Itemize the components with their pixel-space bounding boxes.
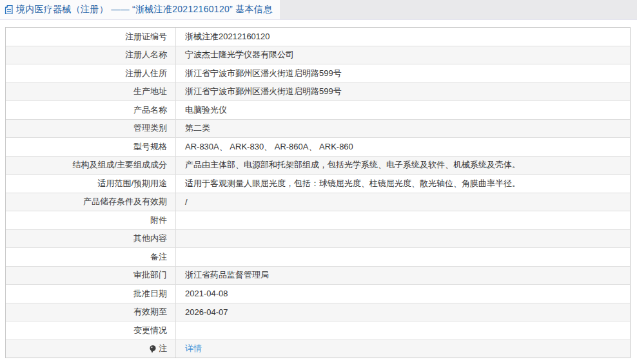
- row-label-text: 产品名称: [133, 104, 167, 116]
- row-label-text: 注册人住所: [125, 68, 167, 79]
- row-value: 浙械注准20212160120: [176, 28, 630, 46]
- page-title: 境内医疗器械（注册） —— “浙械注准20212160120” 基本信息: [16, 4, 272, 15]
- row-value-text: 浙械注准20212160120: [185, 31, 270, 43]
- row-label: 管理类别: [6, 120, 176, 138]
- row-value: 电脑验光仪: [176, 101, 630, 119]
- row-label-text: 注册证编号: [125, 31, 167, 43]
- table-row: 注册人住所 浙江省宁波市鄞州区潘火街道启明路599号: [6, 64, 630, 83]
- row-value: 2026-04-07: [176, 303, 630, 321]
- row-value-text: 浙江省宁波市鄞州区潘火街道启明路599号: [185, 86, 342, 97]
- table-row: 注册人名称 宁波杰士隆光学仪器有限公司: [6, 46, 630, 65]
- row-label-text: 注: [159, 343, 167, 354]
- row-label: 其他内容: [6, 230, 176, 248]
- row-value: 详情: [176, 340, 630, 358]
- table-row: 适用范围/预期用途 适用于客观测量人眼屈光度，包括：球镜屈光度、柱镜屈光度、散光…: [6, 175, 630, 193]
- table-row: 结构及组成/主要组成成分 产品由主体部、电源部和托架部组成，包括光学系统、电子系…: [6, 157, 630, 175]
- row-value: [176, 211, 630, 229]
- row-value: 宁波杰士隆光学仪器有限公司: [176, 46, 630, 64]
- row-value-text: 2021-04-08: [185, 289, 228, 298]
- row-value-text: 浙江省药品监督管理局: [185, 269, 269, 281]
- page-title-tab: 境内医疗器械（注册） —— “浙械注准20212160120” 基本信息: [0, 0, 280, 19]
- row-label-text: 其他内容: [133, 233, 167, 244]
- row-value: AR-830A、 ARK-830、 AR-860A、 ARK-860: [176, 138, 630, 156]
- row-value-text: 产品由主体部、电源部和托架部组成，包括光学系统、电子系统及软件、机械系统及壳体。: [185, 159, 520, 171]
- row-label-text: 型号规格: [133, 141, 167, 153]
- table-row: 批准日期 2021-04-08: [6, 285, 630, 303]
- table-row: 变更情况: [6, 321, 630, 340]
- row-value: 浙江省宁波市鄞州区潘火街道启明路599号: [176, 83, 630, 101]
- row-label: 注册证编号: [6, 28, 176, 46]
- row-label: 适用范围/预期用途: [6, 175, 176, 193]
- table-row: 附件: [6, 211, 630, 230]
- row-value: 浙江省药品监督管理局: [176, 267, 630, 285]
- row-value-text: 电脑验光仪: [185, 104, 227, 116]
- row-value: [176, 321, 630, 340]
- table-row: 审批部门 浙江省药品监督管理局: [6, 267, 630, 285]
- row-value-text: 宁波杰士隆光学仪器有限公司: [185, 49, 294, 61]
- row-value: /: [176, 193, 630, 211]
- row-label-text: 结构及组成/主要组成成分: [72, 159, 167, 171]
- table-row: 产品名称 电脑验光仪: [6, 101, 630, 120]
- row-value: [176, 230, 630, 248]
- row-label-text: 适用范围/预期用途: [97, 178, 167, 189]
- details-link[interactable]: 详情: [185, 343, 202, 354]
- row-label-text: 注册人名称: [125, 49, 167, 61]
- row-label-text: 有效期至: [133, 306, 167, 318]
- row-label-text: 生产地址: [133, 86, 167, 97]
- row-label: 附件: [6, 211, 176, 229]
- document-icon: [5, 5, 14, 15]
- row-label: 注册人住所: [6, 64, 176, 82]
- row-label: 产品名称: [6, 101, 176, 119]
- table-row: 其他内容: [6, 230, 630, 249]
- row-value: 产品由主体部、电源部和托架部组成，包括光学系统、电子系统及软件、机械系统及壳体。: [176, 157, 630, 175]
- table-row: 备注: [6, 248, 630, 267]
- table-row: 生产地址 浙江省宁波市鄞州区潘火街道启明路599号: [6, 83, 630, 102]
- row-value-text: 第二类: [185, 122, 210, 134]
- table-row: 管理类别 第二类: [6, 120, 630, 139]
- table-row: 型号规格 AR-830A、 ARK-830、 AR-860A、 ARK-860: [6, 138, 630, 157]
- row-value-text: 适用于客观测量人眼屈光度，包括：球镜屈光度、柱镜屈光度、散光轴位、角膜曲率半径。: [185, 178, 520, 189]
- row-value: 2021-04-08: [176, 285, 630, 303]
- row-value: 适用于客观测量人眼屈光度，包括：球镜屈光度、柱镜屈光度、散光轴位、角膜曲率半径。: [176, 175, 630, 193]
- note-balloon-icon: [149, 345, 157, 354]
- row-label: 有效期至: [6, 303, 176, 321]
- row-label: 生产地址: [6, 83, 176, 101]
- row-label: 注册人名称: [6, 46, 176, 64]
- row-value: 第二类: [176, 120, 630, 138]
- row-label: 变更情况: [6, 321, 176, 340]
- row-label-text: 附件: [150, 215, 167, 226]
- row-label: 注: [6, 340, 176, 358]
- row-label-text: 管理类别: [133, 122, 167, 134]
- page-header: 境内医疗器械（注册） —— “浙械注准20212160120” 基本信息: [0, 0, 637, 20]
- registration-info-table: 注册证编号 浙械注准20212160120 注册人名称 宁波杰士隆光学仪器有限公…: [5, 27, 631, 358]
- row-value: 浙江省宁波市鄞州区潘火街道启明路599号: [176, 64, 630, 82]
- row-label-text: 审批部门: [133, 269, 167, 281]
- table-row: 注 详情: [6, 340, 630, 358]
- row-value-text: AR-830A、 ARK-830、 AR-860A、 ARK-860: [185, 141, 353, 153]
- row-value-text: 2026-04-07: [185, 307, 228, 317]
- row-value: [176, 248, 630, 266]
- table-row: 注册证编号 浙械注准20212160120: [6, 28, 630, 46]
- row-label: 型号规格: [6, 138, 176, 156]
- table-row: 产品储存条件及有效期 /: [6, 193, 630, 212]
- row-label: 审批部门: [6, 267, 176, 285]
- row-label-text: 备注: [150, 251, 167, 263]
- row-value-text: 浙江省宁波市鄞州区潘火街道启明路599号: [185, 68, 342, 79]
- row-label: 备注: [6, 248, 176, 266]
- row-value-text: /: [185, 197, 188, 207]
- table-row: 有效期至 2026-04-07: [6, 303, 630, 322]
- row-label: 产品储存条件及有效期: [6, 193, 176, 211]
- row-label-text: 批准日期: [133, 288, 167, 300]
- row-label: 批准日期: [6, 285, 176, 303]
- row-label: 结构及组成/主要组成成分: [6, 157, 176, 175]
- row-label-text: 产品储存条件及有效期: [83, 196, 167, 207]
- row-label-text: 变更情况: [133, 325, 167, 336]
